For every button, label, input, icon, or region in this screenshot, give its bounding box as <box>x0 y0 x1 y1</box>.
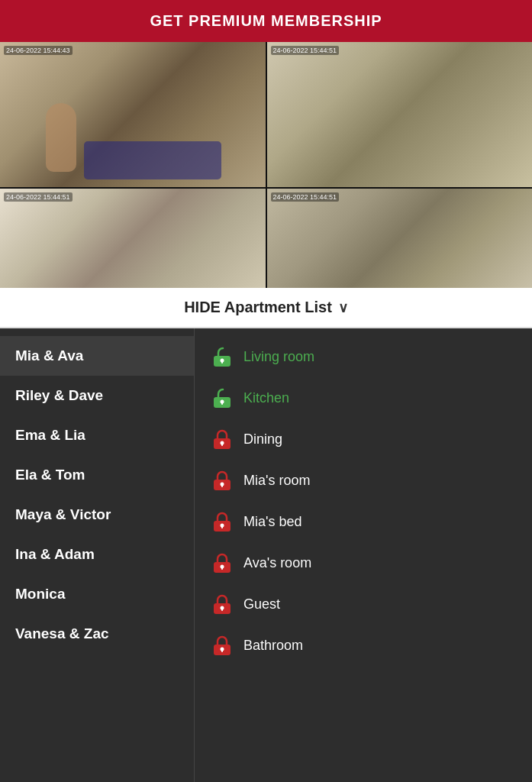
room-item-guest[interactable]: Guest <box>195 583 532 625</box>
apartment-list-toggle[interactable]: HIDE Apartment List ∨ <box>0 288 532 328</box>
camera-cell-2[interactable]: 24-06-2022 15:44:51 <box>267 42 533 187</box>
name-item-monica[interactable]: Monica <box>0 574 194 614</box>
svg-rect-5 <box>221 402 223 405</box>
room-label-mias-bed: Mia's bed <box>243 514 301 530</box>
room-label-avas-room: Ava's room <box>243 555 311 571</box>
room-label-dining: Dining <box>243 431 282 448</box>
cam-1-timestamp: 24-06-2022 15:44:43 <box>4 46 73 55</box>
lock-closed-icon <box>211 593 233 615</box>
room-item-bathroom[interactable]: Bathroom <box>195 625 532 666</box>
lock-closed-icon <box>211 470 233 491</box>
name-item-vanesa-zac[interactable]: Vanesa & Zac <box>0 614 194 654</box>
name-item-mia-ava[interactable]: Mia & Ava <box>0 336 194 376</box>
cam-3-timestamp: 24-06-2022 15:44:51 <box>4 192 73 202</box>
svg-rect-23 <box>221 649 223 652</box>
rooms-column: Living room Kitchen Dining Mia's room Mi… <box>195 328 532 782</box>
name-item-ema-lia[interactable]: Ema & Lia <box>0 415 194 455</box>
lock-closed-icon <box>211 511 233 532</box>
lock-closed-icon <box>211 428 233 450</box>
apartment-toggle-label: HIDE Apartment List <box>184 299 332 316</box>
room-label-kitchen: Kitchen <box>243 390 289 406</box>
premium-banner[interactable]: GET PREMIUM MEMBERSHIP <box>0 0 532 42</box>
name-item-riley-dave[interactable]: Riley & Dave <box>0 376 194 415</box>
svg-rect-14 <box>221 525 223 528</box>
room-label-living-room: Living room <box>243 349 314 365</box>
room-label-bathroom: Bathroom <box>243 638 303 654</box>
room-item-avas-room[interactable]: Ava's room <box>195 542 532 583</box>
name-item-maya-victor[interactable]: Maya & Victor <box>0 495 194 535</box>
room-label-mias-room: Mia's room <box>243 473 310 489</box>
svg-rect-17 <box>221 567 223 570</box>
name-item-ela-tom[interactable]: Ela & Tom <box>0 455 194 495</box>
room-label-guest: Guest <box>243 596 280 612</box>
names-column: Mia & AvaRiley & DaveEma & LiaEla & TomM… <box>0 328 195 782</box>
camera-cell-3[interactable]: 24-06-2022 15:44:51 <box>0 189 266 288</box>
premium-banner-text: GET PREMIUM MEMBERSHIP <box>150 12 382 29</box>
name-item-ina-adam[interactable]: Ina & Adam <box>0 535 194 574</box>
camera-cell-4[interactable]: 24-06-2022 15:44:51 <box>267 189 533 288</box>
room-item-dining[interactable]: Dining <box>195 418 532 460</box>
lock-closed-icon <box>211 635 233 656</box>
room-item-mias-room[interactable]: Mia's room <box>195 460 532 501</box>
lock-open-icon <box>211 387 233 409</box>
svg-rect-8 <box>221 443 223 446</box>
room-item-living-room[interactable]: Living room <box>195 336 532 377</box>
apartment-list-section: Mia & AvaRiley & DaveEma & LiaEla & TomM… <box>0 328 532 782</box>
room-item-mias-bed[interactable]: Mia's bed <box>195 501 532 542</box>
camera-grid: 24-06-2022 15:44:43 24-06-2022 15:44:51 … <box>0 42 532 288</box>
lock-open-icon <box>211 346 233 367</box>
chevron-down-icon: ∨ <box>338 299 348 316</box>
svg-rect-20 <box>221 608 223 611</box>
cam-4-timestamp: 24-06-2022 15:44:51 <box>271 192 340 202</box>
lock-closed-icon <box>211 552 233 574</box>
cam-2-timestamp: 24-06-2022 15:44:51 <box>271 46 340 55</box>
svg-rect-2 <box>221 360 223 364</box>
room-item-kitchen[interactable]: Kitchen <box>195 377 532 418</box>
svg-rect-11 <box>221 484 223 487</box>
camera-cell-1[interactable]: 24-06-2022 15:44:43 <box>0 42 266 187</box>
